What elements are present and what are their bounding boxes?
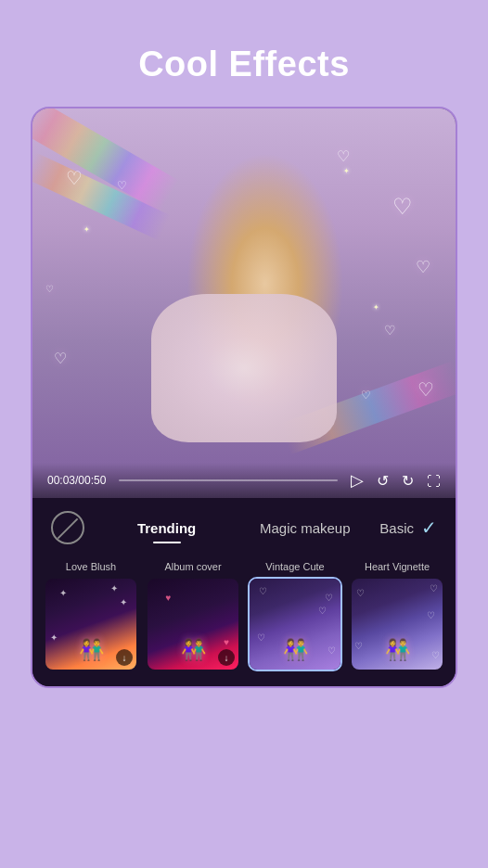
filter-album-cover-thumb[interactable]: 👫 ♥ ♥ ↓ bbox=[146, 577, 240, 671]
tab-trending[interactable]: Trending bbox=[99, 517, 234, 540]
timestamp: 00:03/00:50 bbox=[47, 474, 106, 487]
page-title: Cool Effects bbox=[138, 45, 350, 84]
check-area: Basic ✓ bbox=[379, 517, 437, 539]
filter-love-blush-thumb[interactable]: 👫 ✦ ✦ ✦ ✦ ↓ bbox=[44, 577, 138, 671]
filters-row: Love Blush 👫 ✦ ✦ ✦ ✦ ↓ Album cover bbox=[32, 554, 456, 686]
progress-bar[interactable] bbox=[119, 479, 338, 481]
filter-album-cover[interactable]: Album cover 👫 ♥ ♥ ↓ bbox=[146, 561, 240, 671]
filter-love-blush[interactable]: Love Blush 👫 ✦ ✦ ✦ ✦ ↓ bbox=[44, 561, 138, 671]
filter-vintage-cute[interactable]: Vintage Cute 👫 ♡ ♡ ♡ ♡ ♡ bbox=[248, 561, 342, 671]
play-icon[interactable]: ▷ bbox=[351, 470, 364, 491]
main-card: ♡ ♡ ♡ ♡ ♡ ♡ ♡ ♡ ♡ ♡ ✦ ✦ ✦ 00:03/00:50 ▷ … bbox=[31, 107, 457, 688]
silhouette-heart-icon: 👫 bbox=[385, 638, 410, 662]
no-icon bbox=[58, 517, 78, 538]
tab-magic-makeup[interactable]: Magic makeup bbox=[238, 517, 372, 540]
video-area[interactable]: ♡ ♡ ♡ ♡ ♡ ♡ ♡ ♡ ♡ ♡ ✦ ✦ ✦ 00:03/00:50 ▷ … bbox=[32, 108, 456, 498]
download-badge-1[interactable]: ↓ bbox=[116, 649, 133, 666]
check-icon[interactable]: ✓ bbox=[421, 517, 437, 539]
undo-icon[interactable]: ↺ bbox=[377, 472, 389, 490]
no-effect-button[interactable] bbox=[51, 511, 84, 544]
video-controls: 00:03/00:50 ▷ ↺ ↻ ⛶ bbox=[32, 463, 456, 498]
silhouette-vintage-icon: 👫 bbox=[283, 638, 308, 662]
filter-heart-vignette[interactable]: Heart Vignette 👫 ♡ ♡ ♡ ♡ ♡ bbox=[350, 561, 444, 671]
filter-heart-vignette-label: Heart Vignette bbox=[365, 561, 430, 572]
expand-icon[interactable]: ⛶ bbox=[427, 473, 441, 489]
title-section: Cool Effects bbox=[138, 45, 350, 84]
filter-heart-vignette-thumb[interactable]: 👫 ♡ ♡ ♡ ♡ ♡ bbox=[350, 577, 444, 671]
tabs-area: Trending Magic makeup bbox=[99, 517, 372, 540]
redo-icon[interactable]: ↻ bbox=[402, 472, 414, 490]
silhouette-album-icon: 👫 bbox=[181, 638, 206, 662]
filter-album-cover-label: Album cover bbox=[164, 561, 221, 572]
filter-vintage-cute-label: Vintage Cute bbox=[265, 561, 324, 572]
filter-love-blush-label: Love Blush bbox=[66, 561, 116, 572]
download-badge-2[interactable]: ↓ bbox=[218, 649, 235, 666]
filter-vintage-cute-thumb[interactable]: 👫 ♡ ♡ ♡ ♡ ♡ bbox=[248, 577, 342, 671]
controls-bar: Trending Magic makeup Basic ✓ bbox=[32, 498, 456, 554]
basic-label: Basic bbox=[379, 520, 414, 536]
silhouette-icon: 👫 bbox=[79, 638, 104, 662]
